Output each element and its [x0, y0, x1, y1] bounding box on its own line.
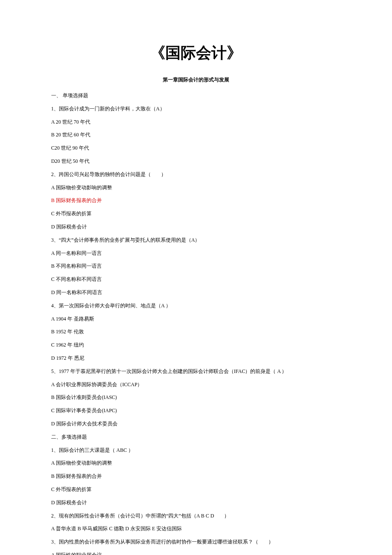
text-line: C 外币报表的折算 [51, 210, 341, 217]
text-line: 3、“四大”会计师事务所的业务扩展与委托人的联系使用的是（A） [51, 237, 341, 244]
text-line: D 国际会计师大会技术委员会 [51, 420, 341, 428]
document-title: 《国际会计》 [51, 43, 341, 64]
text-line: B 20 世纪 60 年代 [51, 131, 341, 139]
text-line: 二、多项选择题 [51, 434, 341, 441]
text-line: A 国际物价变动影响的调整 [51, 184, 341, 191]
text-line: A 1904 年 圣路易斯 [51, 315, 341, 323]
text-line: A 国际性的职业届会议 [51, 552, 341, 555]
text-line: D20 世纪 50 年代 [51, 158, 341, 165]
text-line: 2、现有的国际性会计事务所（会计公司）中所谓的“四大”包括（A B C D ） [51, 512, 341, 520]
chapter-heading: 第一章国际会计的形式与发展 [51, 76, 341, 84]
text-line: D 国际税务会计 [51, 223, 341, 231]
text-line: B 1952 年 伦敦 [51, 328, 341, 335]
text-line: A 普华永道 B 毕马威国际 C 德勤 D 永安国际 E 安达信国际 [51, 525, 341, 532]
text-line: 4、第一次国际会计师大会举行的时间、地点是（A ） [51, 302, 341, 309]
text-line: D 同一名称和不同语言 [51, 289, 341, 296]
document-body: 一、 单项选择题1、国际会计成为一门新的会计学科，大致在（A）A 20 世纪 7… [51, 92, 341, 555]
text-line: B 国际会计准则委员会(IASC) [51, 394, 341, 401]
text-line: C 1962 年 纽约 [51, 341, 341, 349]
text-line: B 国际财务报表的合并 [51, 473, 341, 480]
text-line: D 1972 年 悉尼 [51, 355, 341, 362]
text-line: A 同一名称和同一语言 [51, 250, 341, 257]
text-line: B 国际财务报表的合并 [51, 197, 341, 204]
text-line: 3、国内性质的会计师事务所为从事国际业务而进行的临时协作一般要通过哪些途径联系？… [51, 538, 341, 546]
text-line: 5、1977 年于慕尼黑举行的第十一次国际会计师大会上创建的国际会计师联合会（I… [51, 368, 341, 375]
text-line: A 会计职业界国际协调委员会（ICCAP） [51, 381, 341, 388]
text-line: D 国际税务会计 [51, 499, 341, 506]
text-line: C20 世纪 90 年代 [51, 145, 341, 152]
text-line: C 不同名称和不同语言 [51, 276, 341, 283]
text-line: 1、国际会计的三大课题是（ ABC ） [51, 447, 341, 454]
text-line: C 国际审计事务委员会(IAPC) [51, 407, 341, 414]
text-line: 一、 单项选择题 [51, 92, 341, 99]
document-page: 《国际会计》 第一章国际会计的形式与发展 一、 单项选择题1、国际会计成为一门新… [0, 0, 392, 555]
text-line: 2、跨国公司兴起导致的独特的会计问题是（ ） [51, 171, 341, 178]
text-line: C 外币报表的折算 [51, 486, 341, 493]
text-line: B 不同名称和同一语言 [51, 263, 341, 270]
text-line: A 国际物价变动影响的调整 [51, 460, 341, 467]
text-line: 1、国际会计成为一门新的会计学科，大致在（A） [51, 105, 341, 113]
text-line: A 20 世纪 70 年代 [51, 119, 341, 126]
